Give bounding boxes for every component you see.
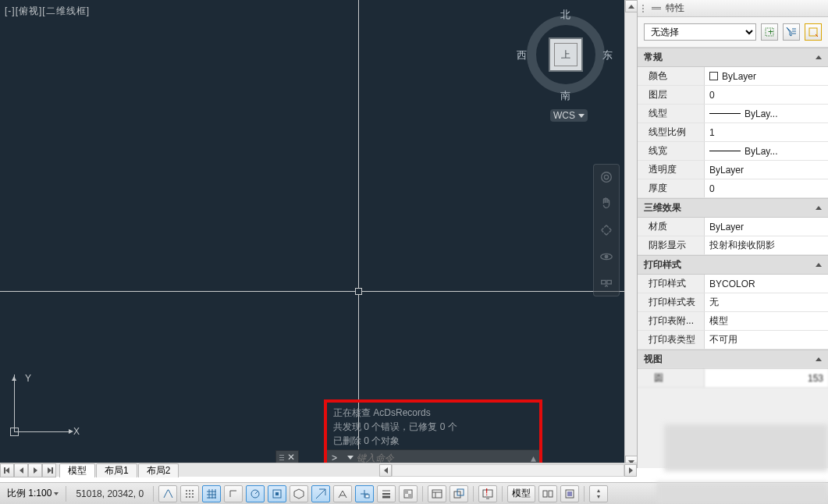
qp-toggle[interactable] xyxy=(428,485,446,502)
prop-name: 透明度 xyxy=(638,161,705,179)
prop-row-color[interactable]: 颜色ByLayer xyxy=(638,67,828,86)
polar-toggle[interactable] xyxy=(246,485,265,502)
toggle-pickadd-button[interactable]: + xyxy=(761,23,778,41)
prop-row-plottype[interactable]: 打印表类型不可用 xyxy=(638,331,828,350)
snap-toggle[interactable] xyxy=(180,485,199,502)
collapse-bar-icon[interactable] xyxy=(652,7,661,9)
group-header-label: 打印样式 xyxy=(644,258,681,272)
grid-toggle[interactable] xyxy=(202,485,221,502)
close-icon[interactable]: ✕ xyxy=(287,452,295,463)
drawing-area[interactable]: [-][俯视][二维线框] 上 北 南 东 西 WCS xyxy=(0,0,624,468)
prop-value[interactable]: ByLay... xyxy=(705,105,828,122)
prop-value[interactable]: ByLay... xyxy=(705,142,828,160)
scroll-track[interactable] xyxy=(392,464,624,477)
prop-row-lineweight[interactable]: 线宽ByLay... xyxy=(638,142,828,161)
dyn-toggle[interactable] xyxy=(355,485,374,502)
sc-toggle[interactable] xyxy=(450,485,468,502)
viewcube-south[interactable]: 南 xyxy=(560,89,570,103)
tpy-toggle[interactable] xyxy=(399,485,418,502)
prop-value[interactable]: 0 xyxy=(705,86,828,104)
svg-rect-25 xyxy=(432,490,442,498)
prop-row-layer[interactable]: 图层0 xyxy=(638,86,828,105)
prop-value[interactable]: 无 xyxy=(705,293,828,311)
prop-value[interactable]: 153 xyxy=(705,369,828,387)
grip-icon[interactable] xyxy=(642,5,647,12)
scroll-left-button[interactable] xyxy=(379,464,392,477)
tab-layout2[interactable]: 布局2 xyxy=(138,463,179,477)
prop-value[interactable]: ByLayer xyxy=(705,67,828,85)
separator xyxy=(153,486,154,502)
ucs-y-arrow xyxy=(12,376,16,381)
prop-row-ltscale[interactable]: 线型比例1 xyxy=(638,123,828,142)
transparency-icon xyxy=(403,488,414,499)
3dosnap-toggle[interactable] xyxy=(290,485,308,502)
group-header-view[interactable]: 视图 xyxy=(638,350,828,369)
ucs-icon[interactable]: X Y xyxy=(14,376,76,438)
drawing-quickview-button[interactable] xyxy=(560,485,579,502)
palette-titlebar[interactable]: 特性 xyxy=(638,0,828,17)
prop-value[interactable]: 1 xyxy=(705,123,828,141)
tab-layout1[interactable]: 布局1 xyxy=(96,463,137,477)
tab-first-button[interactable] xyxy=(0,463,14,477)
model-paper-toggle[interactable]: 模型 xyxy=(507,485,535,502)
otrack-toggle[interactable] xyxy=(311,485,330,502)
osnap-toggle[interactable] xyxy=(268,485,286,502)
showmotion-icon[interactable] xyxy=(599,275,614,291)
prop-row-thickness[interactable]: 厚度0 xyxy=(638,179,828,198)
annoscale-button[interactable] xyxy=(589,485,608,502)
chevron-down-icon xyxy=(578,114,585,118)
prop-row-linetype[interactable]: 线型ByLay... xyxy=(638,105,828,123)
vertical-scrollbar[interactable] xyxy=(624,0,637,468)
prop-value[interactable]: ByLayer xyxy=(705,218,828,236)
tab-last-button[interactable] xyxy=(42,463,56,477)
pan-icon[interactable] xyxy=(599,196,614,211)
prop-row-shadow[interactable]: 阴影显示投射和接收阴影 xyxy=(638,236,828,255)
prop-row-plotstyle[interactable]: 打印样式BYCOLOR xyxy=(638,275,828,293)
prop-row-plottable[interactable]: 打印样式表无 xyxy=(638,293,828,312)
command-history-line: 共发现 0 个错误，已修复 0 个 xyxy=(333,420,533,434)
prop-row-view-partial[interactable]: 圆153 xyxy=(638,369,828,388)
viewport-controls[interactable]: [-][俯视][二维线框] xyxy=(5,5,90,18)
prop-value[interactable]: 模型 xyxy=(705,312,828,330)
horizontal-scrollbar[interactable] xyxy=(379,463,637,477)
prop-value[interactable]: ByLayer xyxy=(705,161,828,179)
prop-value[interactable]: 投射和接收阴影 xyxy=(705,236,828,254)
ortho-toggle[interactable] xyxy=(224,485,243,502)
chevron-down-icon[interactable] xyxy=(347,456,354,460)
prop-value[interactable]: 不可用 xyxy=(705,331,828,349)
viewcube-west[interactable]: 西 xyxy=(517,48,527,62)
ducs-toggle[interactable] xyxy=(333,485,352,502)
viewcube[interactable]: 上 北 南 东 西 WCS xyxy=(515,8,617,117)
orbit-icon[interactable] xyxy=(599,249,614,264)
full-nav-wheel-icon[interactable] xyxy=(599,169,614,185)
tab-model[interactable]: 模型 xyxy=(59,463,95,477)
prop-value[interactable]: 0 xyxy=(705,179,828,197)
group-header-general[interactable]: 常规 xyxy=(638,48,828,67)
select-objects-button[interactable] xyxy=(805,23,822,41)
tab-prev-button[interactable] xyxy=(14,463,28,477)
prop-row-plotattach[interactable]: 打印表附...模型 xyxy=(638,312,828,331)
lwt-toggle[interactable] xyxy=(377,485,396,502)
scroll-right-button[interactable] xyxy=(624,464,637,477)
prop-value[interactable]: BYCOLOR xyxy=(705,275,828,293)
infer-constraints-toggle[interactable] xyxy=(158,485,177,502)
palette-title: 特性 xyxy=(666,2,684,15)
viewcube-east[interactable]: 东 xyxy=(602,48,613,62)
annotation-scale[interactable]: 比例 1:100 xyxy=(5,485,61,502)
color-swatch-icon xyxy=(709,72,718,80)
group-header-3d[interactable]: 三维效果 xyxy=(638,198,828,218)
coordinates-readout[interactable]: 51018, 20342, 0 xyxy=(71,488,148,499)
am-toggle[interactable]: ! xyxy=(478,485,497,502)
prop-row-material[interactable]: 材质ByLayer xyxy=(638,218,828,236)
selection-dropdown[interactable]: 无选择 xyxy=(644,23,756,41)
viewcube-north[interactable]: 北 xyxy=(560,8,570,22)
quick-select-button[interactable] xyxy=(783,23,800,41)
wcs-dropdown[interactable]: WCS xyxy=(550,109,588,122)
prop-row-transparency[interactable]: 透明度ByLayer xyxy=(638,161,828,179)
prop-name: 打印表类型 xyxy=(638,331,705,349)
layout-quickview-button[interactable] xyxy=(538,485,557,502)
scroll-up-button[interactable] xyxy=(625,0,638,12)
tab-next-button[interactable] xyxy=(28,463,42,477)
zoom-extents-icon[interactable] xyxy=(599,222,614,238)
group-header-plot[interactable]: 打印样式 xyxy=(638,255,828,275)
